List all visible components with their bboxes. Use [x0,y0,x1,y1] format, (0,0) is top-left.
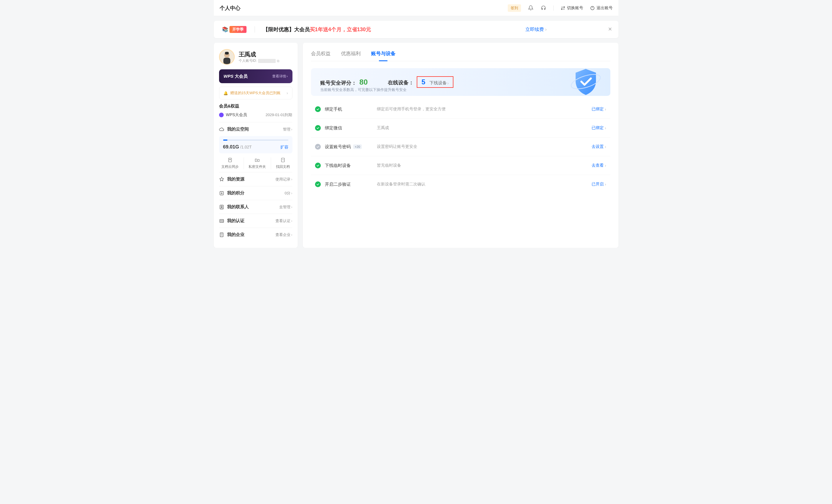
tool-recover[interactable]: 找回文档 [276,157,290,169]
switch-account-button[interactable]: 切换账号 [561,5,583,11]
storage-total: /1.02T [240,145,252,149]
chevron-right-icon: › [605,144,606,149]
profile-id: 个人账号ID:00000000 ⧉ [239,58,280,63]
chevron-right-icon: › [605,107,606,111]
sidebar: 王禹成 个人账号ID:00000000 ⧉ WPS 大会员 查看详情› 🔔 [214,43,298,248]
tab-account[interactable]: 账号与设备 [371,49,396,61]
svg-rect-10 [219,219,224,222]
warn-icon [315,144,321,150]
recover-icon [280,157,286,163]
sidebar-item-contacts[interactable]: 我的联系人 去管理› [219,200,292,214]
chevron-right-icon: › [287,91,288,95]
header-actions: 签到 切换账号 退出账号 [508,4,613,12]
svg-point-5 [257,160,258,161]
security-title: 开启二步验证 [325,182,377,187]
security-desc: 绑定后可使用手机号登录，更安全方便 [377,107,592,112]
chevron-right-icon: › [605,126,606,130]
svg-point-11 [220,220,222,221]
tool-sync[interactable]: 文档云同步 [222,157,239,169]
avatar[interactable] [219,49,235,65]
vip-detail-link: 查看详情› [272,74,288,79]
security-action-button[interactable]: 已开启 › [592,182,606,187]
close-icon[interactable] [607,27,613,33]
security-desc: 暂无临时设备 [377,163,592,168]
profile-name: 王禹成 [239,51,280,58]
chevron-right-icon: › [447,81,449,85]
security-action-button[interactable]: 已绑定 › [592,107,606,112]
gift-notice[interactable]: 🔔 赠送的15天WPS大会员已到账 › [219,87,292,99]
chevron-right-icon: › [291,191,292,195]
profile: 王禹成 个人账号ID:00000000 ⧉ [219,49,292,65]
security-title: 下线临时设备 [325,163,377,168]
promo-text: 【限时优惠】大会员买1年送4个月，立省130元 [263,26,526,33]
score-bonus-badge: +20 [353,144,362,149]
header: 个人中心 签到 切换账号 退出账号 [214,0,619,16]
bell-icon[interactable] [528,5,534,11]
headset-icon[interactable] [541,5,546,11]
cert-icon [219,218,224,223]
points-icon [219,191,224,196]
tool-row: 文档云同步 私密文件夹 找回文档 [219,157,292,171]
security-action-button[interactable]: 去设置 › [592,144,606,149]
renew-button[interactable]: 立即续费 › [525,27,546,33]
device-count: 5 [421,78,425,86]
chevron-right-icon: › [605,163,606,168]
copy-icon[interactable]: ⧉ [277,59,280,63]
sidebar-item-enterprise[interactable]: 我的企业 查看企业› [219,228,292,241]
gift-text: 赠送的15天WPS大会员已到账 [230,90,281,96]
promo-badge: 📚 开学季 [222,26,246,33]
expand-storage-button[interactable]: 扩容 [280,145,288,150]
offline-devices-button[interactable]: 5 下线设备 › [417,76,453,88]
security-desc: 在新设备登录时需二次确认 [377,182,592,187]
storage-card: 69.01G /1.02T 扩容 [219,136,292,153]
vip-badge-icon [219,113,224,117]
check-icon [315,106,321,112]
security-title: 绑定手机 [325,107,377,112]
chevron-right-icon: › [545,27,546,32]
svg-rect-3 [225,52,229,54]
sidebar-item-resources[interactable]: 我的资源 使用记录› [219,172,292,186]
svg-rect-2 [223,58,230,64]
promo-banner: 📚 开学季 【限时优惠】大会员买1年送4个月，立省130元 立即续费 › [214,21,619,38]
security-row-1: 绑定微信王禹成已绑定 › [311,119,610,137]
security-score-panel: 账号安全评分： 80 在线设备： 5 下线设备 › 当前账号安全系数高，可完善以… [311,68,610,96]
sync-icon [228,157,233,163]
chevron-right-icon: › [291,205,292,209]
page-title: 个人中心 [219,5,240,11]
chevron-right-icon: › [287,74,288,78]
security-title: 设置账号密码+20 [325,144,377,150]
tabs: 会员权益 优惠福利 账号与设备 [311,49,610,61]
vip-card[interactable]: WPS 大会员 查看详情› [219,69,292,83]
security-list: 绑定手机绑定后可使用手机号登录，更安全方便已绑定 ›绑定微信王禹成已绑定 ›设置… [311,100,610,193]
switch-account-label: 切换账号 [567,5,583,11]
tool-private[interactable]: 私密文件夹 [249,157,266,169]
tab-welfare[interactable]: 优惠福利 [341,49,361,61]
divider [255,26,255,33]
expire-date: 2029-01-01到期 [266,112,292,117]
check-icon [315,163,321,168]
check-icon [315,125,321,131]
sidebar-item-cert[interactable]: 我的认证 查看认证› [219,214,292,228]
folder-lock-icon [255,157,260,163]
storage-used: 69.01G [223,144,239,150]
shield-icon [570,68,602,96]
security-row-4: 开启二步验证在新设备登录时需二次确认已开启 › [311,175,610,193]
logout-button[interactable]: 退出账号 [590,5,613,11]
chevron-right-icon: › [605,182,606,187]
svg-point-9 [221,206,222,207]
cloud-manage-button[interactable]: 管理› [283,127,292,132]
logout-label: 退出账号 [596,5,613,11]
signin-button[interactable]: 签到 [508,4,521,12]
security-row-2: 设置账号密码+20设置密码让账号更安全去设置 › [311,137,610,156]
cloud-section: 我的云空间 管理› [219,122,292,136]
security-action-button[interactable]: 去查看 › [592,163,606,168]
svg-rect-12 [220,233,223,237]
sidebar-item-points[interactable]: 我的积分 0分› [219,186,292,200]
score-value: 80 [360,78,368,87]
promo-badge-text: 开学季 [230,26,246,33]
tab-benefits[interactable]: 会员权益 [311,49,331,61]
security-action-button[interactable]: 已绑定 › [592,125,606,131]
membership-row: WPS大会员 2029-01-01到期 [219,112,292,117]
building-icon [219,232,224,237]
devices-label: 在线设备： [388,79,414,86]
